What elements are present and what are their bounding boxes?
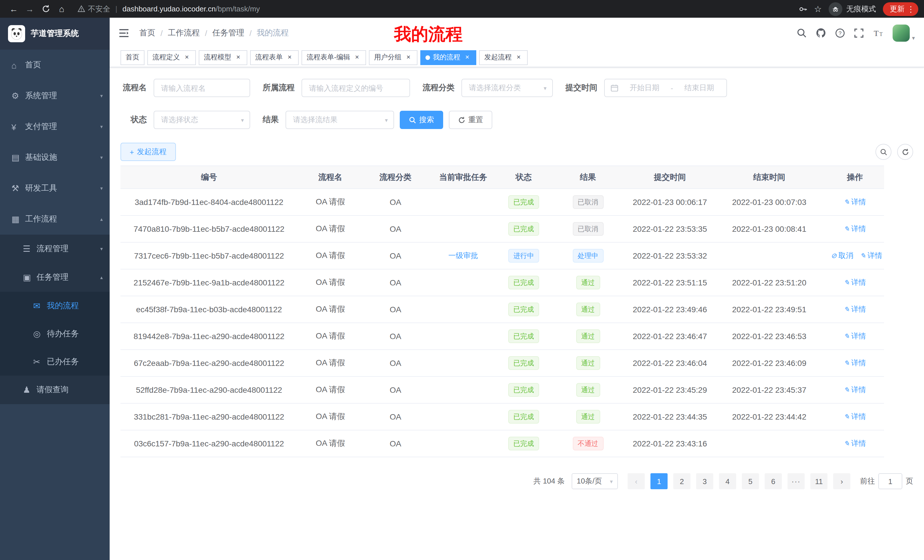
detail-link[interactable]: ✎详情	[844, 224, 866, 234]
avatar[interactable]	[892, 24, 910, 41]
detail-link[interactable]: ✎详情	[844, 331, 866, 341]
page-4[interactable]: 4	[719, 473, 736, 489]
breadcrumb-item[interactable]: 工作流程	[168, 28, 200, 38]
start-date-placeholder[interactable]: 开始日期	[623, 83, 666, 93]
tab-home[interactable]: 首页 ×	[120, 50, 144, 65]
refresh-table-button[interactable]	[897, 144, 913, 160]
detail-link[interactable]: ✎详情	[844, 385, 866, 395]
category-select[interactable]: 请选择流程分类 ▾	[461, 79, 553, 97]
hamburger-icon[interactable]	[119, 28, 129, 37]
tab-label: 用户分组	[374, 52, 402, 62]
sidebar-item-label: 首页	[25, 60, 103, 70]
cell-process-name: OA 请假	[297, 216, 363, 242]
reset-button[interactable]: 重置	[449, 111, 492, 129]
password-key-icon[interactable]	[798, 4, 807, 13]
browser-back-icon[interactable]: ←	[6, 2, 22, 16]
app-logo	[8, 25, 25, 42]
browser-forward-icon[interactable]: →	[22, 2, 38, 16]
start-process-button[interactable]: + 发起流程	[120, 143, 176, 161]
sidebar-item-my-process[interactable]: ✉ 我的流程	[0, 292, 110, 320]
browser-home-icon[interactable]: ⌂	[54, 2, 70, 16]
page-6[interactable]: 6	[765, 473, 782, 489]
detail-link[interactable]: ✎详情	[860, 251, 882, 261]
toggle-search-button[interactable]	[876, 144, 891, 160]
close-icon[interactable]: ×	[353, 53, 361, 61]
pages-more[interactable]: ···	[788, 473, 805, 489]
cancel-link[interactable]: ⊘取消	[831, 251, 853, 261]
header-search-icon[interactable]	[796, 28, 807, 38]
page-5[interactable]: 5	[742, 473, 759, 489]
page-size-select[interactable]: 10条/页 ▾	[572, 473, 618, 489]
tab-process-form-edit[interactable]: 流程表单-编辑 ×	[302, 50, 366, 65]
close-icon[interactable]: ×	[404, 53, 412, 61]
sidebar-item-devtools[interactable]: ⚒ 研发工具 ▾	[0, 173, 110, 204]
bookmark-star-icon[interactable]: ☆	[814, 4, 822, 14]
close-icon[interactable]: ×	[183, 53, 191, 61]
page-3[interactable]: 3	[696, 473, 713, 489]
main-area: 首页 / 工作流程 / 任务管理 / 我的流程 我的流程	[110, 18, 924, 560]
browser-menu-kebab-icon[interactable]: ⋮	[907, 4, 915, 13]
user-menu[interactable]: ▾	[892, 24, 915, 41]
tab-process-form[interactable]: 流程表单 ×	[250, 50, 298, 65]
status-select[interactable]: 请选择状态 ▾	[154, 111, 250, 129]
tab-user-group[interactable]: 用户分组 ×	[369, 50, 417, 65]
github-icon[interactable]	[816, 27, 826, 38]
address-bar[interactable]: 不安全 | dashboard.yudao.iocoder.cn/bpm/tas…	[78, 4, 798, 14]
sidebar-item-task-management[interactable]: ▣ 任务管理 ▴	[0, 263, 110, 292]
process-def-input[interactable]	[302, 79, 410, 97]
detail-link[interactable]: ✎详情	[844, 439, 866, 449]
app-logo-row[interactable]: 芋道管理系统	[0, 18, 110, 49]
close-icon[interactable]: ×	[234, 53, 242, 61]
sidebar-item-process-management[interactable]: ☰ 流程管理 ▾	[0, 235, 110, 263]
page-1[interactable]: 1	[651, 473, 668, 489]
process-name-input[interactable]	[154, 79, 250, 97]
current-task-link[interactable]: 一级审批	[448, 251, 478, 260]
breadcrumb-separator: /	[205, 28, 207, 37]
detail-label: 详情	[867, 251, 882, 261]
not-secure-warning[interactable]: 不安全	[78, 4, 110, 14]
breadcrumb-item[interactable]: 首页	[140, 28, 155, 38]
tab-process-model[interactable]: 流程模型 ×	[199, 50, 247, 65]
close-icon[interactable]: ×	[514, 53, 522, 61]
sidebar-item-label: 系统管理	[25, 91, 100, 101]
tab-process-definition[interactable]: 流程定义 ×	[147, 50, 196, 65]
page-2[interactable]: 2	[673, 473, 690, 489]
close-icon[interactable]: ×	[463, 53, 471, 61]
tab-label: 我的流程	[433, 52, 460, 62]
page-11[interactable]: 11	[810, 473, 828, 489]
delete-icon: ⊘	[831, 252, 837, 260]
breadcrumb-item[interactable]: 任务管理	[213, 28, 244, 38]
next-page-button[interactable]: ›	[833, 473, 850, 489]
page-url[interactable]: dashboard.yudao.iocoder.cn/bpm/task/my	[123, 4, 260, 13]
tab-start-process[interactable]: 发起流程 ×	[479, 50, 528, 65]
tab-my-process[interactable]: 我的流程 ×	[420, 50, 476, 65]
detail-link[interactable]: ✎详情	[844, 358, 866, 368]
search-button[interactable]: 搜索	[400, 111, 443, 129]
font-size-icon[interactable]: TT	[873, 28, 884, 37]
sidebar-item-infrastructure[interactable]: ▤ 基础设施 ▾	[0, 142, 110, 173]
sidebar-item-system[interactable]: ⚙ 系统管理 ▾	[0, 81, 110, 111]
sidebar-item-todo-tasks[interactable]: ◎ 待办任务	[0, 320, 110, 347]
browser-reload-icon[interactable]	[38, 2, 54, 16]
result-select[interactable]: 请选择流结果 ▾	[285, 111, 394, 129]
breadcrumb-separator: /	[249, 28, 252, 37]
goto-page-input[interactable]	[878, 473, 902, 489]
end-date-placeholder[interactable]: 结束日期	[678, 83, 721, 93]
sidebar-item-home[interactable]: ⌂ 首页	[0, 49, 110, 81]
submit-time-range-picker[interactable]: 开始日期 - 结束日期	[604, 79, 727, 97]
detail-link[interactable]: ✎详情	[844, 277, 866, 288]
sidebar-item-workflow[interactable]: ▦ 工作流程 ▴	[0, 204, 110, 235]
detail-link[interactable]: ✎详情	[844, 412, 866, 422]
sidebar-item-leave-query[interactable]: ♟ 请假查询	[0, 376, 110, 404]
detail-link[interactable]: ✎详情	[844, 197, 866, 207]
help-icon[interactable]: ?	[835, 28, 845, 38]
sidebar-item-payment[interactable]: ¥ 支付管理 ▾	[0, 111, 110, 142]
cell-end-time: 2022-01-23 00:07:03	[713, 189, 826, 216]
close-icon[interactable]: ×	[285, 53, 294, 61]
prev-page-button[interactable]: ‹	[628, 473, 645, 489]
fullscreen-icon[interactable]	[854, 28, 864, 38]
detail-link[interactable]: ✎详情	[844, 304, 866, 314]
sidebar-item-done-tasks[interactable]: ✂ 已办任务	[0, 347, 110, 376]
cell-category: OA	[363, 242, 428, 269]
browser-update-button[interactable]: 更新 ⋮	[883, 2, 918, 16]
